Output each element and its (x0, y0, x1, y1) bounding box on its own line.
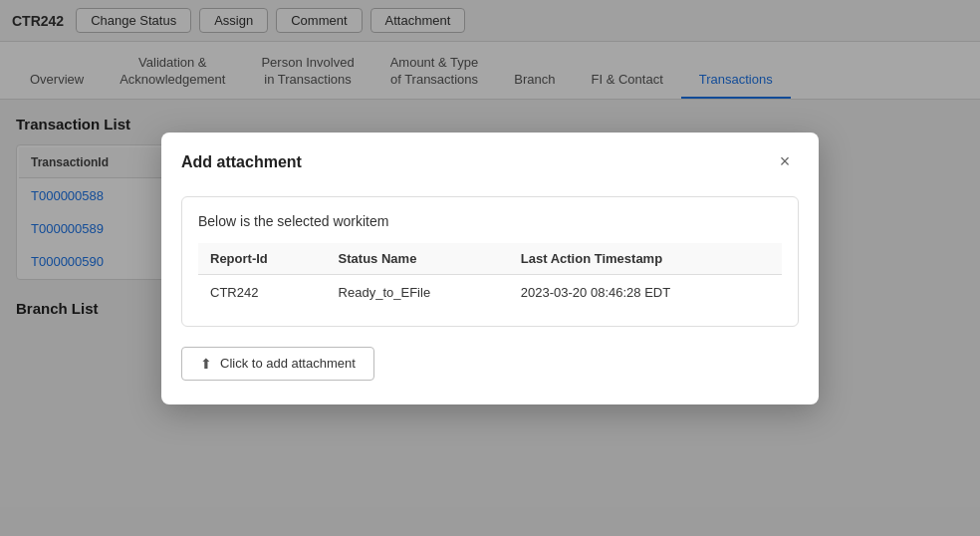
modal-body: Below is the selected workitem Report-Id… (161, 188, 819, 404)
modal-close-button[interactable]: × (771, 148, 799, 176)
workitem-timestamp: 2023-03-20 08:46:28 EDT (509, 274, 782, 310)
workitem-section: Below is the selected workitem Report-Id… (181, 196, 799, 327)
workitem-table: Report-Id Status Name Last Action Timest… (198, 243, 782, 310)
add-attachment-modal: Add attachment × Below is the selected w… (161, 133, 819, 404)
col-status-name: Status Name (327, 243, 509, 275)
upload-icon: ⬆ (200, 356, 212, 372)
workitem-report-id: CTR242 (198, 274, 327, 310)
workitem-row: CTR242 Ready_to_EFile 2023-03-20 08:46:2… (198, 274, 782, 310)
modal-overlay: Add attachment × Below is the selected w… (0, 0, 980, 536)
add-attachment-button[interactable]: ⬆ Click to add attachment (181, 347, 374, 381)
workitem-status: Ready_to_EFile (327, 274, 509, 310)
workitem-label: Below is the selected workitem (198, 213, 782, 229)
col-report-id: Report-Id (198, 243, 327, 275)
col-timestamp: Last Action Timestamp (509, 243, 782, 275)
attachment-btn-label: Click to add attachment (220, 356, 356, 371)
modal-header: Add attachment × (161, 133, 819, 188)
modal-title: Add attachment (181, 153, 302, 171)
